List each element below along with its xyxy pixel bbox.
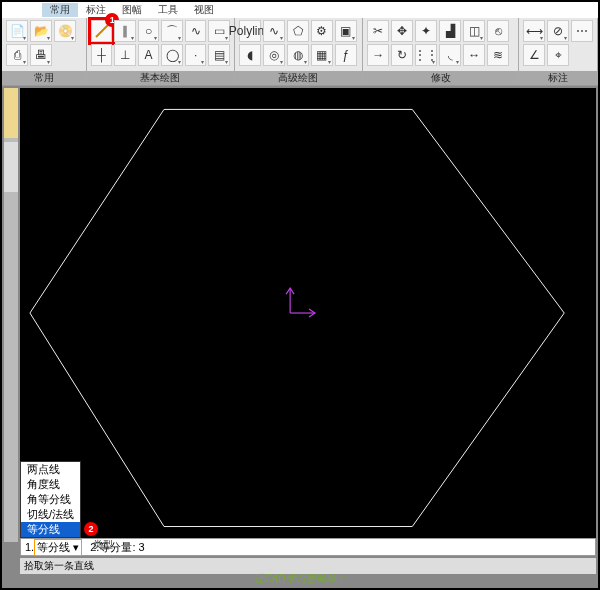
svg-line-0 <box>96 25 108 37</box>
panel-label-basic-draw: 基本绘图 <box>87 71 234 85</box>
rect-button[interactable]: ▭ <box>208 20 230 42</box>
rotate-button[interactable]: ↻ <box>391 44 413 66</box>
panel-label-adv-draw: 高级绘图 <box>235 71 362 85</box>
line-type-dropdown[interactable]: 等分线 ▾ <box>34 539 82 556</box>
prompt-1-num: 1. <box>25 541 34 553</box>
sidebar-tab-1[interactable] <box>4 88 18 138</box>
region-button[interactable]: ◍ <box>287 44 309 66</box>
circle-button[interactable]: ○ <box>138 20 160 42</box>
trim-button[interactable]: ✂ <box>367 20 389 42</box>
gear-button[interactable]: ⚙ <box>311 20 333 42</box>
table-button[interactable]: ▦ <box>311 44 333 66</box>
popup-item-divide[interactable]: 等分线 2 <box>21 522 80 537</box>
ribbon: 📄 📂 📀 ⎙ 🖶 常用 1 ∥ ○ ⌒ ∿ ▭ <box>2 18 598 86</box>
text-button[interactable]: A <box>138 44 160 66</box>
ellipse-button[interactable]: ◯ <box>161 44 183 66</box>
panel-label-annotate: 标注 <box>519 71 597 85</box>
point-button[interactable]: · <box>185 44 207 66</box>
extend-button[interactable]: → <box>367 44 389 66</box>
popup-item-angle[interactable]: 角度线 <box>21 477 80 492</box>
save-button[interactable]: 📀 <box>54 20 76 42</box>
panel-label-common: 常用 <box>2 71 86 85</box>
extra-label: 类型 <box>89 538 117 552</box>
popup-item-two-point[interactable]: 两点线 <box>21 462 80 477</box>
popup-item-bisector[interactable]: 角等分线 <box>21 492 80 507</box>
line-tool-button[interactable]: 1 <box>91 20 113 42</box>
hatch-button[interactable]: ▤ <box>208 44 230 66</box>
sidebar-tab-2[interactable] <box>4 142 18 192</box>
move-button[interactable]: ✥ <box>391 20 413 42</box>
menu-item-tools[interactable]: 工具 <box>150 3 186 17</box>
explode-button[interactable]: ✦ <box>415 20 437 42</box>
spline-button[interactable]: ∿ <box>185 20 207 42</box>
status-text: 拾取第一条直线 <box>24 560 94 571</box>
watermark-text: 让CAD学习更简单！ <box>2 572 598 586</box>
break-button[interactable]: ⎋ <box>487 20 509 42</box>
offset-button[interactable]: ≋ <box>487 44 509 66</box>
block-button[interactable]: ▣ <box>335 20 357 42</box>
dim-more-button[interactable]: ⋯ <box>571 20 593 42</box>
command-bar: 1. 等分线 ▾ 2.等分量: 类型 <box>20 538 596 556</box>
callout-marker-2: 2 <box>84 522 98 536</box>
polygon-button[interactable]: ⬠ <box>287 20 309 42</box>
scale-button[interactable]: ◫ <box>463 20 485 42</box>
fillet-button[interactable]: ◟ <box>439 44 461 66</box>
stretch-button[interactable]: ↔ <box>463 44 485 66</box>
dim-coord-button[interactable]: ⌖ <box>547 44 569 66</box>
menu-item-view[interactable]: 视图 <box>186 3 222 17</box>
hexagon-shape[interactable] <box>30 109 564 526</box>
menu-bar: 常用 标注 图幅 工具 视图 <box>2 2 598 18</box>
mirror-button[interactable]: ▟ <box>439 20 461 42</box>
centerline-button[interactable]: ┼ <box>91 44 113 66</box>
dim-angle-button[interactable]: ∠ <box>523 44 545 66</box>
polyline-button[interactable]: Polyline <box>239 20 261 42</box>
ucs-axis-icon <box>286 288 315 317</box>
parallel-line-button[interactable]: ∥ <box>114 20 136 42</box>
formula-button[interactable]: ƒ <box>335 44 357 66</box>
new-doc-button[interactable]: 📄 <box>6 20 28 42</box>
array-button[interactable]: ⋮⋮ <box>415 44 437 66</box>
dim-misc-button[interactable]: ⊘ <box>547 20 569 42</box>
dim-linear-button[interactable]: ⟷ <box>523 20 545 42</box>
menu-item-common[interactable]: 常用 <box>42 3 78 17</box>
popup-item-tangent[interactable]: 切线/法线 <box>21 507 80 522</box>
print-button[interactable]: 🖶 <box>30 44 52 66</box>
line-type-popup: 两点线 角度线 角等分线 切线/法线 等分线 2 <box>20 461 81 538</box>
export-button[interactable]: ⎙ <box>6 44 28 66</box>
arc-button[interactable]: ⌒ <box>161 20 183 42</box>
left-sidebar <box>4 88 18 542</box>
drawing-canvas[interactable] <box>20 88 596 542</box>
hole-button[interactable]: ◎ <box>263 44 285 66</box>
perp-line-button[interactable]: ⊥ <box>114 44 136 66</box>
menu-item-sheet[interactable]: 图幅 <box>114 3 150 17</box>
open-doc-button[interactable]: 📂 <box>30 20 52 42</box>
divide-count-input[interactable] <box>139 541 189 553</box>
slot-button[interactable]: ◖ <box>239 44 261 66</box>
panel-label-modify: 修改 <box>363 71 518 85</box>
wave-button[interactable]: ∿ <box>263 20 285 42</box>
